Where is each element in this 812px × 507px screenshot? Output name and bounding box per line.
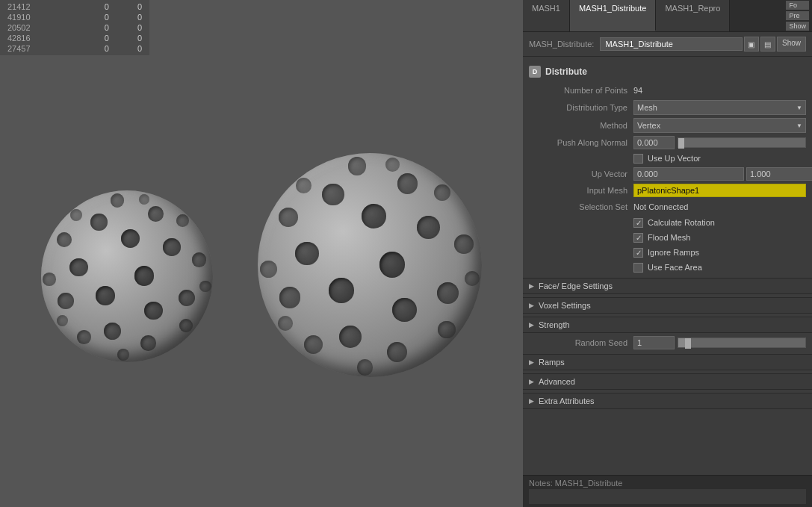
push-along-normal-slider[interactable] (678, 137, 806, 148)
sphere-small (41, 190, 213, 362)
flood-mesh-checkbox[interactable] (633, 233, 643, 243)
selection-set-value: Not Connected (633, 202, 806, 211)
sphere-dimple (57, 232, 72, 247)
number-of-points-label: Number of Points (529, 86, 633, 95)
random-seed-input[interactable] (633, 336, 675, 349)
voxel-header[interactable]: ▶ Voxel Settings (523, 297, 812, 314)
sphere-dimple (304, 335, 323, 354)
strength-header[interactable]: ▶ Strength (523, 317, 812, 333)
pre-button[interactable]: Pre (786, 11, 809, 20)
viewport-panel: 21412004191000205020042816002745700 (0, 0, 523, 507)
face-edge-header[interactable]: ▶ Face/ Edge Settings (523, 278, 812, 294)
ramps-arrow: ▶ (529, 358, 534, 366)
mash-distribute-input[interactable] (600, 37, 743, 51)
selection-set-display: Not Connected (633, 202, 688, 211)
sphere-dimple (121, 229, 140, 248)
sphere-left (41, 146, 213, 362)
sphere-dimple (296, 178, 312, 193)
sphere-dimple (144, 302, 163, 320)
icon-btn-1[interactable]: ▣ (744, 37, 759, 52)
extra-attrs-header[interactable]: ▶ Extra Attributes (523, 393, 812, 409)
sphere-dimple (148, 206, 164, 222)
sphere-right (258, 131, 482, 377)
calculate-rotation-checkbox[interactable] (633, 218, 643, 228)
tab-bar: MASH1 MASH1_Distribute MASH1_Repro Fo Pr… (523, 0, 812, 32)
ramps-header[interactable]: ▶ Ramps (523, 354, 812, 370)
advanced-header[interactable]: ▶ Advanced (523, 373, 812, 390)
distribution-type-row: Distribution Type Mesh ▼ (523, 99, 812, 116)
use-face-area-checkbox[interactable] (633, 263, 643, 273)
sphere-dimple (379, 252, 405, 277)
sphere-dimple (140, 335, 156, 351)
advanced-title: Advanced (539, 377, 575, 386)
input-mesh-input[interactable] (633, 184, 806, 197)
method-dropdown[interactable]: Vertex ▼ (633, 118, 806, 133)
show-btn[interactable]: Show (777, 37, 806, 52)
sphere-dimple (339, 326, 362, 348)
fo-button[interactable]: Fo (786, 1, 809, 10)
random-seed-row: Random Seed (523, 335, 812, 351)
method-row: Method Vertex ▼ (523, 116, 812, 134)
section-title: D Distribute (523, 63, 812, 82)
sphere-dimple (179, 290, 195, 306)
tab-mash1-distribute[interactable]: MASH1_Distribute (570, 0, 656, 31)
sphere-dimple (397, 173, 418, 194)
sphere-dimple (387, 342, 407, 362)
calculate-rotation-label: Calculate Rotation (648, 218, 715, 227)
strength-arrow: ▶ (529, 321, 534, 329)
push-along-normal-value (633, 136, 806, 149)
ignore-ramps-checkbox[interactable] (633, 248, 643, 258)
tab-mash1[interactable]: MASH1 (523, 0, 570, 31)
sphere-dimple (417, 216, 440, 239)
voxel-arrow: ▶ (529, 302, 534, 309)
up-vector-x[interactable] (633, 167, 744, 181)
random-seed-value (633, 336, 806, 349)
push-along-normal-input[interactable] (633, 136, 675, 149)
sphere-dimple (179, 319, 193, 332)
sphere-dimple (163, 238, 181, 256)
push-along-normal-row: Push Along Normal (523, 134, 812, 151)
sphere-dimple (348, 157, 366, 175)
sphere-dimple (104, 323, 121, 340)
tab-mash1-repro[interactable]: MASH1_Repro (656, 0, 730, 31)
sphere-dimple (96, 286, 115, 305)
number-of-points-row: Number of Points 94 (523, 82, 812, 99)
ignore-ramps-row: Ignore Ramps (523, 245, 812, 260)
sphere-dimple (278, 316, 293, 331)
distribution-type-dropdown[interactable]: Mesh ▼ (633, 100, 806, 115)
voxel-title: Voxel Settings (539, 301, 591, 310)
sphere-dimple (357, 359, 374, 376)
use-face-area-label: Use Face Area (648, 263, 702, 272)
sphere-dimple (199, 281, 211, 293)
face-edge-title: Face/ Edge Settings (539, 282, 613, 290)
sphere-dimple (70, 209, 82, 221)
up-vector-y[interactable] (746, 167, 812, 181)
icon-btn-2[interactable]: ▤ (760, 37, 775, 52)
sphere-dimple (434, 184, 450, 201)
selection-set-label: Selection Set (529, 202, 633, 211)
sphere-dimple (438, 321, 456, 339)
sphere-dimple (385, 158, 400, 172)
sphere-dimple (329, 278, 354, 303)
right-panel: MASH1 MASH1_Distribute MASH1_Repro Fo Pr… (523, 0, 812, 507)
properties-area: D Distribute Number of Points 94 Distrib… (523, 57, 812, 475)
notes-label: Notes: (529, 479, 553, 488)
sphere-dimple (176, 214, 189, 227)
mash-distribute-label: MASH_Distribute: (529, 40, 594, 49)
ramps-title: Ramps (539, 358, 565, 367)
calculate-rotation-row: Calculate Rotation (523, 215, 812, 230)
show-button[interactable]: Show (786, 22, 809, 31)
notes-content[interactable] (529, 489, 806, 504)
input-mesh-row: Input Mesh (523, 182, 812, 199)
random-seed-slider[interactable] (678, 338, 806, 348)
extra-attrs-arrow: ▶ (529, 397, 534, 405)
sphere-dimple (192, 252, 207, 267)
use-up-vector-checkbox[interactable] (633, 154, 643, 164)
sphere-dimple (279, 208, 298, 227)
sphere-dimple (77, 330, 91, 344)
sphere-dimple (260, 261, 277, 278)
extra-attrs-title: Extra Attributes (539, 396, 595, 405)
sphere-dimple (139, 194, 150, 205)
use-up-vector-label: Use Up Vector (648, 154, 701, 163)
sphere-dimple (279, 287, 300, 308)
